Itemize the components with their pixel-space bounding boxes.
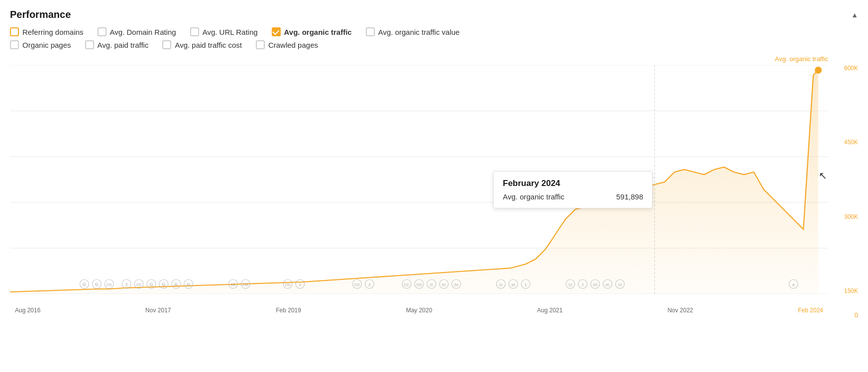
- x-label-feb2024: Feb 2024: [798, 307, 823, 314]
- svg-text:G: G: [149, 282, 153, 287]
- performance-panel: Performance ▲ Referring domains Avg. Dom…: [0, 0, 868, 372]
- checkbox-avg-organic-traffic-value-box[interactable]: [366, 27, 375, 36]
- chart-tooltip: February 2024 Avg. organic traffic 591,8…: [493, 171, 652, 208]
- chart-series-label: Avg. organic traffic: [775, 55, 828, 63]
- tooltip-metric-row: Avg. organic traffic 591,898: [503, 192, 643, 201]
- x-label-aug2016: Aug 2016: [15, 307, 40, 314]
- checkbox-avg-paid-traffic-cost-box[interactable]: [162, 40, 171, 49]
- y-axis: 600K 450K 300K 150K: [831, 65, 858, 294]
- tooltip-title: February 2024: [503, 179, 643, 188]
- checkbox-avg-url-rating-label: Avg. URL Rating: [203, 28, 258, 36]
- svg-text:CG: CG: [136, 283, 141, 286]
- checkbox-referring-domains[interactable]: Referring domains: [10, 27, 84, 36]
- checkbox-avg-url-rating[interactable]: Avg. URL Rating: [190, 27, 258, 36]
- collapse-button[interactable]: ▲: [851, 11, 858, 19]
- y-label-300k: 300K: [831, 214, 858, 220]
- tooltip-metric-label: Avg. organic traffic: [503, 192, 564, 201]
- x-label-nov2017: Nov 2017: [145, 307, 171, 314]
- y-label-600k: 600K: [831, 65, 858, 71]
- checkboxes-row-1: Referring domains Avg. Domain Rating Avg…: [10, 27, 858, 36]
- checkbox-referring-domains-box[interactable]: [10, 27, 19, 36]
- checkbox-crawled-pages-box[interactable]: [256, 40, 265, 49]
- checkbox-avg-paid-traffic-cost[interactable]: Avg. paid traffic cost: [162, 40, 242, 49]
- svg-text:CC: CC: [404, 283, 409, 286]
- svg-text:G: G: [95, 282, 99, 287]
- checkbox-avg-organic-traffic-value[interactable]: Avg. organic traffic value: [366, 27, 460, 36]
- checkbox-referring-domains-label: Referring domains: [22, 28, 84, 36]
- x-axis-labels: Aug 2016 Nov 2017 Feb 2019 May 2020 Aug …: [10, 307, 828, 314]
- svg-text:12: 12: [568, 283, 572, 286]
- checkboxes-row-2: Organic pages Avg. paid traffic Avg. pai…: [10, 40, 858, 49]
- checkbox-avg-organic-traffic-box[interactable]: [272, 27, 281, 36]
- svg-text:CG: CG: [243, 283, 248, 286]
- svg-text:2: 2: [582, 283, 584, 286]
- x-label-aug2021: Aug 2021: [537, 307, 562, 314]
- svg-text:c2: c2: [618, 283, 622, 286]
- svg-text:a1: a1: [511, 283, 515, 286]
- y-label-450k: 450K: [831, 139, 858, 145]
- svg-text:ec: ec: [606, 283, 610, 286]
- svg-text:1G: 1G: [593, 283, 597, 286]
- svg-text:2a: 2a: [454, 283, 458, 286]
- checkbox-organic-pages-box[interactable]: [10, 40, 19, 49]
- svg-text:G: G: [430, 282, 433, 287]
- y-label-150k: 150K: [831, 288, 858, 294]
- chart-area-fill: [10, 70, 818, 294]
- checkbox-avg-url-rating-box[interactable]: [190, 27, 199, 36]
- svg-text:CG: CG: [354, 283, 359, 286]
- chart-svg-container: G G CG 2 CG G G G G: [10, 65, 828, 294]
- svg-text:CG: CG: [285, 283, 290, 286]
- svg-text:2: 2: [368, 282, 371, 287]
- checkbox-crawled-pages-label: Crawled pages: [268, 41, 318, 49]
- checkbox-avg-paid-traffic-cost-label: Avg. paid traffic cost: [175, 41, 242, 49]
- checkbox-organic-pages-label: Organic pages: [22, 41, 71, 49]
- svg-text:2: 2: [299, 282, 302, 287]
- cursor-icon: ↖: [819, 170, 827, 182]
- checkbox-organic-pages[interactable]: Organic pages: [10, 40, 71, 49]
- tooltip-metric-value: 591,898: [616, 192, 643, 201]
- checkbox-avg-domain-rating-label: Avg. Domain Rating: [110, 28, 176, 36]
- svg-text:G: G: [83, 282, 86, 287]
- checkbox-avg-organic-traffic[interactable]: Avg. organic traffic: [272, 27, 352, 36]
- svg-text:CG: CG: [107, 283, 111, 286]
- svg-text:1G: 1G: [231, 283, 235, 286]
- svg-text:a: a: [792, 282, 795, 287]
- checkbox-avg-paid-traffic-label: Avg. paid traffic: [98, 41, 149, 49]
- x-label-feb2019: Feb 2019: [276, 307, 301, 314]
- x-label-nov2022: Nov 2022: [667, 307, 693, 314]
- checkbox-avg-domain-rating-box[interactable]: [98, 27, 107, 36]
- svg-text:e1: e1: [442, 283, 446, 286]
- svg-text:2: 2: [125, 282, 128, 287]
- svg-text:G: G: [174, 282, 178, 287]
- checkbox-avg-domain-rating[interactable]: Avg. Domain Rating: [98, 27, 176, 36]
- checkbox-avg-paid-traffic[interactable]: Avg. paid traffic: [85, 40, 149, 49]
- checkbox-avg-paid-traffic-box[interactable]: [85, 40, 94, 49]
- checkbox-avg-organic-traffic-label: Avg. organic traffic: [284, 28, 352, 36]
- panel-header: Performance ▲: [10, 9, 858, 20]
- panel-title: Performance: [10, 9, 71, 20]
- chart-svg: G G CG 2 CG G G G G: [10, 65, 828, 294]
- chart-endpoint-dot: [815, 67, 822, 74]
- svg-text:CG: CG: [417, 283, 422, 286]
- checkbox-crawled-pages[interactable]: Crawled pages: [256, 40, 318, 49]
- svg-text:1: 1: [525, 282, 527, 287]
- chart-area: Avg. organic traffic 600K 450K 300K 150K: [10, 55, 858, 319]
- y-label-zero: 0: [855, 311, 858, 319]
- svg-text:1c: 1c: [499, 283, 503, 286]
- svg-text:G: G: [187, 282, 190, 287]
- x-label-may2020: May 2020: [406, 307, 433, 314]
- checkbox-avg-organic-traffic-value-label: Avg. organic traffic value: [378, 28, 460, 36]
- svg-text:G: G: [162, 282, 165, 287]
